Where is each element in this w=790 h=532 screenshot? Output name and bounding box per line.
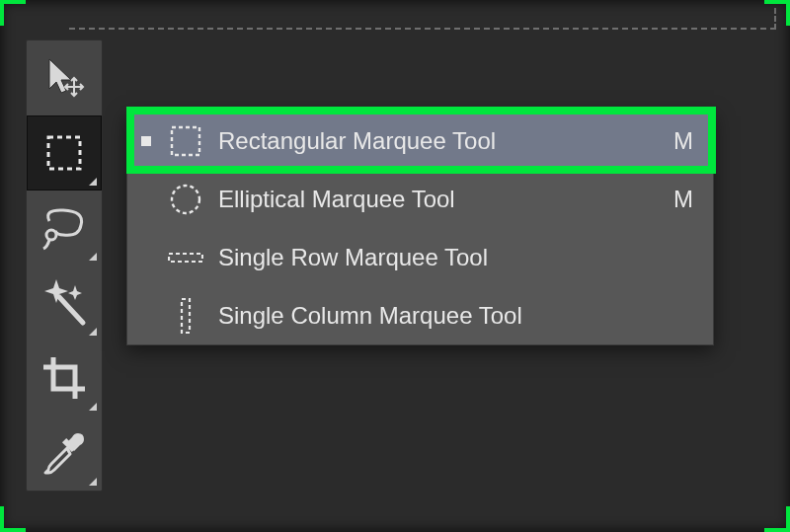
tools-panel [26,39,103,492]
svg-rect-11 [169,254,202,262]
flyout-item-label: Elliptical Marquee Tool [218,186,673,213]
current-tool-indicator-icon [141,136,151,146]
move-tool-icon [41,55,87,101]
flyout-indicator-icon [89,178,97,186]
flyout-indicator-icon [89,403,97,411]
lasso-tool[interactable] [27,190,102,266]
svg-rect-12 [182,299,190,333]
flyout-indicator-icon [89,328,97,336]
flyout-indicator-icon [89,253,97,261]
flyout-item-label: Rectangular Marquee Tool [218,127,673,155]
document-edge-guides [69,8,776,30]
rectangular-marquee-icon [165,124,206,158]
svg-rect-3 [48,137,80,169]
magic-wand-icon [40,279,89,327]
elliptical-marquee-icon [165,183,206,216]
svg-point-4 [46,230,56,240]
crop-tool-icon [41,355,87,401]
single-row-marquee-icon [165,252,206,264]
svg-point-10 [172,186,199,213]
svg-rect-9 [172,127,199,155]
marquee-tool-flyout: Rectangular Marquee Tool M Elliptical Ma… [126,111,714,345]
magic-wand-tool[interactable] [27,266,102,341]
crop-tool[interactable] [27,341,102,416]
flyout-item-elliptical-marquee[interactable]: Elliptical Marquee Tool M [127,170,713,228]
flyout-item-label: Single Column Marquee Tool [218,302,693,330]
flyout-item-label: Single Row Marquee Tool [218,244,693,271]
eyedropper-icon [41,430,87,476]
flyout-item-rectangular-marquee[interactable]: Rectangular Marquee Tool M [127,112,713,170]
move-tool[interactable] [27,40,102,115]
svg-marker-6 [68,285,82,300]
flyout-item-shortcut: M [673,127,693,155]
marquee-tool[interactable] [27,115,102,190]
rectangular-marquee-icon [42,131,86,175]
flyout-item-shortcut: M [673,186,693,213]
eyedropper-tool[interactable] [27,416,102,491]
flyout-item-single-row-marquee[interactable]: Single Row Marquee Tool [127,228,713,286]
lasso-tool-icon [40,205,89,251]
flyout-item-single-column-marquee[interactable]: Single Column Marquee Tool [127,286,713,344]
single-column-marquee-icon [165,298,206,334]
svg-line-7 [59,297,83,323]
flyout-indicator-icon [89,478,97,486]
